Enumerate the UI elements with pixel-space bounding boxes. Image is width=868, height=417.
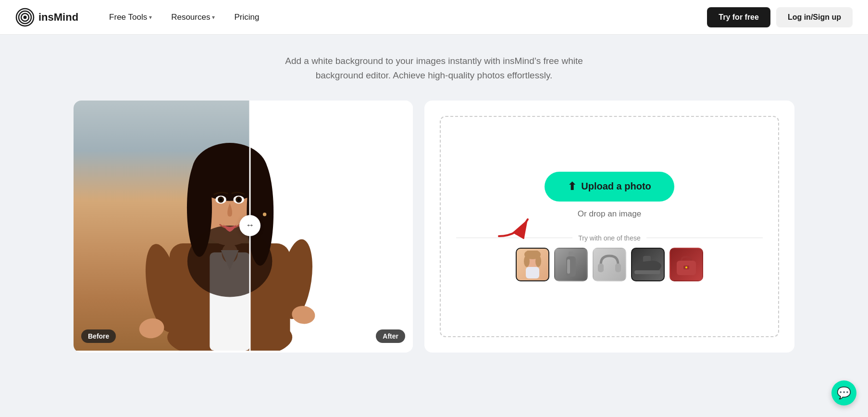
svg-point-16: [220, 198, 223, 201]
sample-thumb-shoe[interactable]: [631, 248, 665, 281]
svg-point-13: [187, 226, 273, 297]
brand-logo[interactable]: insMind: [15, 8, 78, 27]
chat-widget[interactable]: 💬: [831, 380, 856, 405]
sample-divider: Try with one of these: [456, 234, 763, 242]
sample-label: Try with one of these: [578, 234, 640, 242]
svg-rect-30: [526, 267, 539, 278]
slider-handle[interactable]: ↔: [239, 215, 260, 236]
free-tools-chevron-icon: ▾: [149, 14, 152, 21]
svg-point-39: [685, 266, 687, 268]
main-content: Add a white background to your images in…: [0, 35, 868, 368]
nav-pricing[interactable]: Pricing: [226, 9, 267, 26]
sample-images: [516, 248, 703, 281]
svg-point-29: [535, 255, 541, 267]
drop-text: Or drop an image: [578, 209, 641, 219]
login-button[interactable]: Log in/Sign up: [776, 7, 853, 27]
try-free-button[interactable]: Try for free: [707, 7, 770, 27]
svg-rect-35: [615, 264, 621, 272]
demo-area: ↔ Before After: [74, 101, 794, 353]
brand-name: insMind: [38, 11, 78, 24]
before-badge: Before: [81, 329, 116, 343]
svg-rect-36: [634, 270, 660, 274]
navbar: insMind Free Tools ▾ Resources ▾ Pricing…: [0, 0, 868, 35]
chat-icon: 💬: [837, 386, 851, 400]
upload-icon: ⬆: [568, 180, 576, 193]
sample-thumb-face[interactable]: [516, 248, 549, 281]
svg-point-28: [524, 255, 530, 267]
sample-thumb-bag[interactable]: [670, 248, 703, 281]
svg-point-20: [263, 213, 266, 216]
navbar-actions: Try for free Log in/Sign up: [707, 7, 853, 27]
upload-panel: ⬆ Upload a photo Or drop an image Try wi…: [424, 101, 794, 353]
hero-subtitle: Add a white background to your images in…: [266, 54, 602, 83]
upload-dropzone[interactable]: ⬆ Upload a photo Or drop an image Try wi…: [440, 116, 779, 337]
nav-resources[interactable]: Resources ▾: [163, 9, 223, 26]
logo-icon: [15, 8, 35, 27]
before-after-slider: ↔ Before After: [74, 101, 413, 353]
sample-thumb-headphone[interactable]: [593, 248, 626, 281]
svg-rect-34: [598, 264, 604, 272]
demo-visual: ↔ Before After: [74, 101, 413, 351]
svg-point-3: [24, 15, 27, 19]
navbar-nav: Free Tools ▾ Resources ▾ Pricing: [101, 9, 707, 26]
svg-point-19: [237, 198, 240, 201]
upload-photo-button[interactable]: ⬆ Upload a photo: [545, 172, 674, 202]
after-badge: After: [376, 329, 405, 343]
nav-free-tools[interactable]: Free Tools ▾: [101, 9, 160, 26]
svg-rect-33: [567, 259, 570, 274]
resources-chevron-icon: ▾: [212, 14, 215, 21]
sample-thumb-bottle[interactable]: [554, 248, 588, 281]
sample-section: Try with one of these: [456, 234, 763, 281]
svg-rect-31: [569, 252, 573, 256]
